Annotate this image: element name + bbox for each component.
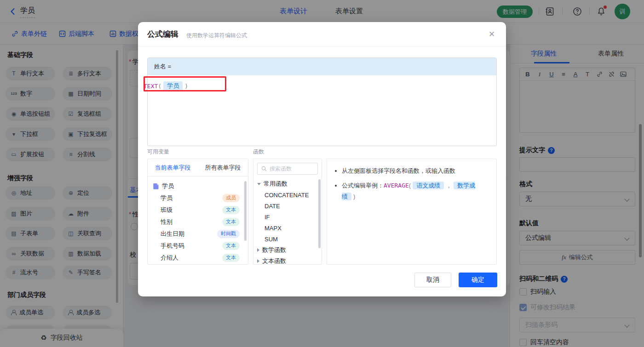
formula-editor-area[interactable]: 姓名 = [147,57,497,146]
chevron-right-icon [257,259,259,263]
modal-title: 公式编辑 [147,29,178,40]
field-type-badge: 时间戳 [217,230,240,238]
chevron-down-icon [257,183,261,185]
variable-field-row[interactable]: 班级文本 [148,204,248,216]
example-field-chip: 语文成绩 [413,182,444,189]
search-icon [261,166,267,171]
functions-panel: 常用函数 CONCATENATE DATE IF MAPX SUM 数学函数 文… [253,159,322,265]
functions-scrollbar[interactable] [318,179,321,248]
field-type-badge: 成员 [222,194,240,202]
function-search-input[interactable] [270,165,314,172]
tab-current-form-fields[interactable]: 当前表单字段 [148,159,198,176]
example-function-name: AVERAGE [384,182,409,189]
function-item[interactable]: MAPX [253,222,322,233]
variables-tabs: 当前表单字段 所有表单字段 [148,159,248,176]
red-annotation-box [144,76,226,91]
field-type-badge: 文本 [222,242,240,250]
variable-field-row[interactable]: 性别文本 [148,216,248,228]
hint-line-2: 公式编辑举例：AVERAGE(语文成绩，数学成绩) [342,180,488,202]
hints-panel: 从左侧面板选择字段名和函数，或输入函数 公式编辑举例：AVERAGE(语文成绩，… [327,159,497,265]
function-group-common[interactable]: 常用函数 [253,178,322,189]
variable-field-row[interactable]: 介绍人文本 [148,252,248,264]
function-group-text[interactable]: 文本函数 [253,256,322,265]
function-search [257,163,318,175]
formula-editor-modal: 公式编辑 使用数学运算符编辑公式 ✕ 姓名 = TEXT(学员) 可用变量 函数… [138,22,506,296]
modal-header-divider [138,46,506,46]
variables-label: 可用变量 [147,148,169,156]
function-item[interactable]: DATE [253,200,322,211]
modal-subtitle: 使用数学运算符编辑公式 [186,32,247,40]
field-type-badge: 文本 [222,206,240,214]
variables-scrollbar[interactable] [244,181,247,241]
field-type-badge: 文本 [222,254,240,262]
variable-field-row[interactable]: 手机号码文本 [148,240,248,252]
function-item[interactable]: IF [253,211,322,222]
variable-field-row[interactable]: 学员成员 [148,192,248,204]
function-group-math[interactable]: 数学函数 [253,245,322,256]
close-icon[interactable]: ✕ [486,28,497,40]
variables-tree-root[interactable]: 学员 [148,180,248,192]
function-item[interactable]: CONCATENATE [253,189,322,200]
functions-label: 函数 [253,148,264,156]
variables-panel: 当前表单字段 所有表单字段 学员 学员成员 班级文本 性别文本 出生日期时间戳 … [147,159,248,265]
variable-field-row[interactable]: 出生日期时间戳 [148,228,248,240]
cancel-button[interactable]: 取消 [414,273,451,287]
field-type-badge: 文本 [222,218,240,226]
hint-line-1: 从左侧面板选择字段名和函数，或输入函数 [342,165,488,176]
chevron-right-icon [257,248,259,252]
formula-target: 姓名 = [148,58,496,75]
tab-all-form-fields[interactable]: 所有表单字段 [198,159,248,176]
confirm-button[interactable]: 确定 [459,273,497,287]
function-item[interactable]: SUM [253,233,322,245]
form-file-icon [153,183,159,189]
app-root: 学员 表单设计 表单设置 数据管理 训 表单外链 后端脚本 数据权限 [0,0,644,347]
